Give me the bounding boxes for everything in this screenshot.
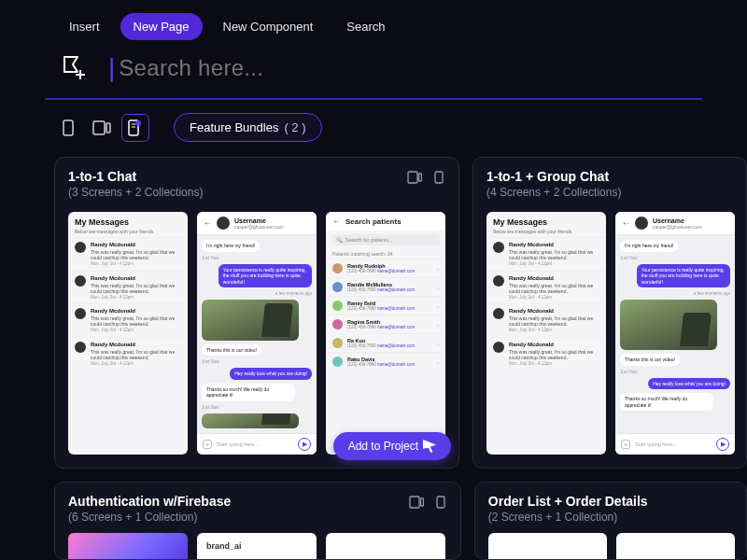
chat-bubble: Thanks this is our video! [202,344,261,357]
nav-new-page[interactable]: New Page [120,13,203,40]
tablet-icon [406,169,423,186]
bundle-card-1to1-chat[interactable]: 1-to-1 Chat (3 Screens + 2 Collections) … [54,157,459,469]
patient-row: Raku Davis(123) 456-7890 name@domain.com… [326,352,445,371]
search-row: | [0,48,747,98]
msg-meta: Mon. July 3rd - 4:12pm [509,295,599,300]
msg-name: Randy Mcdonald [509,242,599,248]
svg-rect-3 [93,121,105,134]
header-divider [45,98,702,100]
svg-rect-7 [408,172,417,183]
add-button-label: Add to Project [348,440,418,453]
msg-body: This was really great, I'm so glad that … [91,283,181,294]
time-label: a few moments ago [275,291,312,296]
msg-meta: Mon. July 3rd - 4:12pm [91,328,181,332]
msg-meta: Mon. July 3rd - 4:12pm [91,261,181,266]
chat-username: Username [234,217,284,224]
card-title: 1-to-1 + Group Chat [486,169,621,184]
add-to-project-button[interactable]: Add to Project [333,432,451,460]
bundle-card-auth-firebase[interactable]: Authentication w/Firebase (6 Screens + 1… [54,482,461,560]
msg-meta: Mon. July 3rd - 4:12pm [509,261,599,266]
svg-rect-2 [63,120,73,135]
svg-rect-9 [435,172,443,183]
msg-body: This was really great, I'm so glad that … [509,349,599,360]
chat-bubble: Your persistence is really quite inspiri… [218,264,312,288]
phone-icon [430,169,447,186]
filter-row: Feature Bundles ( 2 ) [0,100,747,151]
back-icon: ← [332,217,341,226]
screen-thumb-blank [616,533,735,559]
nav-search[interactable]: Search [333,13,398,40]
bundles-row-2: Authentication w/Firebase (6 Screens + 1… [0,469,747,560]
time-label: Just Now [620,370,638,374]
back-icon: ← [204,218,212,228]
msg-body: This was really great, I'm so glad that … [91,249,181,260]
match-count-label: Patients matching search: 24 [326,249,445,259]
chat-image-bubble [620,300,717,350]
feature-bundles-chip[interactable]: Feature Bundles ( 2 ) [174,113,322,142]
time-label: Just Now [202,256,219,260]
chat-bubble: Thanks this is our video! [620,354,680,366]
chat-bubble: Hey really love what you are doing! [230,368,312,380]
add-template-icon [58,51,92,85]
msg-name: Randy Mcdonald [91,342,181,348]
chat-image-bubble [202,300,299,341]
time-label: Just Now [202,405,219,410]
svg-rect-8 [419,174,422,181]
msg-meta: Mon. July 3rd - 4:12pm [509,361,599,366]
bundle-count: ( 2 ) [284,120,305,134]
back-icon: ← [622,218,630,228]
card-subtitle: (4 Screens + 2 Collections) [486,186,621,199]
msg-name: Randy Mcdonald [509,308,599,315]
screen-thumb-gradient [68,533,188,559]
screen-thumb-blank [488,533,607,559]
device-tablet-button[interactable] [88,114,116,142]
card-title: Authentication w/Firebase [68,494,231,509]
chat-bubble: I'm right here my friend! [620,240,678,252]
nav-new-component[interactable]: New Component [210,13,327,40]
device-responsive-button[interactable] [121,114,149,142]
thumb-heading: My Messages [493,217,599,227]
time-label: Just Now [620,256,638,260]
search-title: Search patients [345,217,402,226]
msg-name: Randy Mcdonald [91,275,181,282]
screen-thumb-messages: My Messages Below are messages with your… [486,212,606,455]
thumb-subheading: Below are messages with your friends. [75,229,181,234]
svg-point-6 [135,120,141,126]
card-subtitle: (2 Screens + 1 Collection) [488,511,648,524]
bundle-card-order-list[interactable]: Order List + Order Details (2 Screens + … [474,482,747,560]
patient-row: Randie McMullens(123) 456-7890 name@doma… [326,277,445,296]
screen-thumb-messages: My Messages Below are messages with your… [68,212,188,455]
screen-thumb-chat: ← Usernamecasper@ghostuser.com I'm right… [197,212,317,455]
chat-input-placeholder: Start typing here... [217,441,293,447]
time-label: Just Now [202,359,219,364]
chat-bubble: I'm right here my friend! [202,240,260,252]
msg-name: Randy Mcdonald [509,275,599,282]
bundle-label: Feature Bundles [190,120,278,134]
attach-icon: + [203,440,212,449]
chat-bubble: Thanks so much! We really do appreciate … [620,393,713,411]
svg-rect-4 [106,123,110,133]
patient-row: Ra Kuo(123) 456-7890 name@domain.com› [326,333,445,352]
screen-thumb-blank [326,533,445,559]
card-platform-icons [408,494,449,511]
screen-thumb-chat: ← Usernamecasper@ghostuser.com I'm right… [615,212,735,455]
screen-thumb-search-patients: ← Search patients 🔍Search for patients..… [326,212,445,455]
top-nav: Insert New Page New Component Search [0,0,747,48]
msg-name: Randy Mcdonald [509,342,599,348]
msg-name: Randy Mcdonald [91,308,181,315]
chat-email: casper@ghostuser.com [653,224,702,230]
device-phone-button[interactable] [54,114,82,142]
search-input[interactable] [119,55,689,81]
msg-meta: Mon. July 3rd - 4:12pm [509,328,599,332]
attach-icon: + [621,440,630,449]
patient-row: Randy Rudolph(123) 456-7890 name@domain.… [326,259,445,277]
nav-insert[interactable]: Insert [56,13,113,40]
thumb-subheading: Below are messages with your friends. [493,229,599,234]
msg-body: This was really great, I'm so glad that … [91,349,181,360]
bundle-card-group-chat[interactable]: 1-to-1 + Group Chat (4 Screens + 2 Colle… [472,157,747,469]
brand-label: brand_ai [206,541,242,551]
send-icon: ▶ [716,438,729,451]
phone-icon [432,494,449,511]
msg-body: This was really great, I'm so glad that … [509,283,599,294]
chat-input-placeholder: Start typing here... [635,441,712,447]
